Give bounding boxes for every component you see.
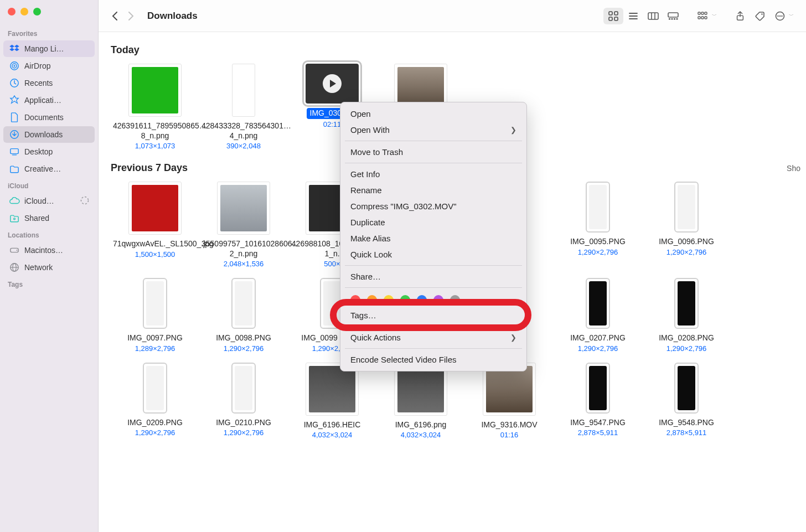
sidebar-item[interactable]: AirDrop xyxy=(3,58,95,74)
tag-color[interactable] xyxy=(433,295,443,305)
file-item[interactable]: IMG_0209.PNG1,290×2,796 xyxy=(111,360,199,447)
sidebar-item[interactable]: iCloud… xyxy=(3,193,95,209)
file-name: 71qwgxwAvEL._SL1500_.jpg xyxy=(113,239,197,249)
file-item[interactable]: IMG_0098.PNG1,290×2,796 xyxy=(199,276,288,360)
svg-rect-33 xyxy=(701,17,704,19)
sidebar-item[interactable]: Downloads xyxy=(3,126,95,143)
context-menu-label: Duplicate xyxy=(350,218,385,227)
show-more-link[interactable]: Sho xyxy=(787,164,800,173)
file-meta: 2,878×5,911 xyxy=(578,428,618,437)
sidebar-item-label: Network xyxy=(24,263,89,272)
sidebar-item[interactable]: Documents xyxy=(3,109,95,126)
sidebar: FavoritesMango Li…AirDropRecentsApplicat… xyxy=(0,0,99,532)
section-header-previous: Previous 7 Days xyxy=(111,162,188,174)
context-menu-item[interactable]: Get Info xyxy=(340,166,526,182)
context-menu-label: Encode Selected Video Files xyxy=(350,355,457,364)
context-menu-item[interactable]: Make Alias xyxy=(340,230,526,246)
share-button[interactable] xyxy=(730,8,750,24)
zoom-button[interactable] xyxy=(33,8,41,16)
file-name: IMG_0208.PNG xyxy=(659,333,714,343)
file-item[interactable]: IMG_0097.PNG1,289×2,796 xyxy=(111,276,199,360)
file-item[interactable]: IMG_0207.PNG1,290×2,796 xyxy=(554,276,642,360)
file-meta: 2,048×1,536 xyxy=(224,260,264,268)
desktop-icon xyxy=(9,146,20,157)
close-button[interactable] xyxy=(8,8,16,16)
file-meta: 1,290×2,796 xyxy=(135,428,175,437)
svg-point-40 xyxy=(781,15,782,16)
sidebar-item[interactable]: Recents xyxy=(3,75,95,91)
sidebar-item-label: Macintos… xyxy=(24,246,89,255)
context-menu-item[interactable]: Rename xyxy=(340,182,526,198)
context-menu-item[interactable]: Duplicate xyxy=(340,214,526,230)
file-item[interactable]: 355099757_10161028606…2_n.png2,048×1,536 xyxy=(199,179,288,276)
back-button[interactable] xyxy=(107,8,123,24)
view-gallery-button[interactable] xyxy=(663,8,683,24)
action-menu-button[interactable] xyxy=(770,8,790,24)
file-meta: 01:16 xyxy=(500,431,519,439)
context-menu-item[interactable]: Tags… xyxy=(340,307,526,323)
context-menu-item[interactable]: Move to Trash xyxy=(340,144,526,160)
forward-button[interactable] xyxy=(123,8,138,24)
file-meta: 1,073×1,073 xyxy=(135,142,175,150)
context-menu-label: Tags… xyxy=(350,311,376,320)
sidebar-item[interactable]: Creative… xyxy=(3,161,95,177)
view-icons-button[interactable] xyxy=(603,8,623,24)
file-name: IMG_6196.HEIC xyxy=(304,420,361,430)
file-item[interactable]: 71qwgxwAvEL._SL1500_.jpg1,500×1,500 xyxy=(111,179,199,276)
file-item[interactable]: IMG_6196.HEIC4,032×3,024 xyxy=(288,360,376,447)
tag-color[interactable] xyxy=(450,295,460,305)
chevron-right-icon: ❯ xyxy=(510,126,516,134)
shared-icon xyxy=(9,213,20,224)
sidebar-item[interactable]: Desktop xyxy=(3,143,95,160)
view-columns-button[interactable] xyxy=(643,8,663,24)
context-menu-item[interactable]: Open With❯ xyxy=(340,122,526,138)
svg-rect-17 xyxy=(614,17,618,20)
file-name: 428433328_783564301…4_n.png xyxy=(202,121,286,141)
view-list-button[interactable] xyxy=(623,8,643,24)
file-name: IMG_9316.MOV xyxy=(481,420,537,430)
svg-rect-31 xyxy=(705,12,707,14)
context-menu-label: Open xyxy=(350,109,371,118)
file-item[interactable]: IMG_9316.MOV01:16 xyxy=(465,360,554,447)
minimize-button[interactable] xyxy=(20,8,28,16)
tags-button[interactable] xyxy=(750,8,770,24)
context-menu-item[interactable]: Quick Look xyxy=(340,246,526,262)
group-by-button[interactable] xyxy=(693,8,713,24)
tag-color[interactable] xyxy=(350,295,360,305)
file-item[interactable]: 428433328_783564301…4_n.png390×2,048 xyxy=(199,61,288,158)
file-name: 426391611_7895950865…8_n.png xyxy=(113,121,197,141)
sidebar-item[interactable]: Shared xyxy=(3,210,95,226)
tag-color[interactable] xyxy=(384,295,394,305)
context-menu-item[interactable]: Encode Selected Video Files xyxy=(340,352,526,368)
file-name: IMG_0098.PNG xyxy=(216,333,271,343)
file-item[interactable]: IMG_0096.PNG1,290×2,796 xyxy=(642,179,731,276)
svg-point-7 xyxy=(81,197,89,204)
tag-color[interactable] xyxy=(367,295,377,305)
file-item[interactable]: IMG_9547.PNG2,878×5,911 xyxy=(554,360,642,447)
file-item[interactable]: 426391611_7895950865…8_n.png1,073×1,073 xyxy=(111,61,199,158)
file-item[interactable]: IMG_0208.PNG1,290×2,796 xyxy=(642,276,731,360)
file-meta: 1,290×2,796 xyxy=(578,344,618,353)
file-item[interactable]: IMG_0210.PNG1,290×2,796 xyxy=(199,360,288,447)
svg-rect-34 xyxy=(705,17,707,19)
sidebar-item[interactable]: Network xyxy=(3,259,95,276)
tag-color[interactable] xyxy=(400,295,410,305)
chevron-down-icon: ﹀ xyxy=(712,12,717,19)
svg-rect-5 xyxy=(11,149,18,154)
file-meta: 1,290×2,796 xyxy=(224,428,264,437)
file-item[interactable]: IMG_6196.png4,032×3,024 xyxy=(376,360,465,447)
clock-icon xyxy=(9,78,20,89)
context-menu-item[interactable]: Share… xyxy=(340,268,526,285)
sidebar-item[interactable]: Macintos… xyxy=(3,242,95,259)
sidebar-item[interactable]: Applicati… xyxy=(3,92,95,109)
sidebar-item[interactable]: Mango Li… xyxy=(3,40,95,57)
context-menu-item[interactable]: Quick Actions❯ xyxy=(340,329,526,345)
folder-icon xyxy=(9,163,20,174)
sidebar-item-label: Mango Li… xyxy=(24,44,89,53)
context-menu-item[interactable]: Compress "IMG_0302.MOV" xyxy=(340,198,526,214)
file-name: 355099757_10161028606…2_n.png xyxy=(202,239,286,259)
tag-color[interactable] xyxy=(417,295,427,305)
file-item[interactable]: IMG_9548.PNG2,878×5,911 xyxy=(642,360,731,447)
context-menu-item[interactable]: Open xyxy=(340,106,526,122)
file-item[interactable]: IMG_0095.PNG1,290×2,796 xyxy=(554,179,642,276)
